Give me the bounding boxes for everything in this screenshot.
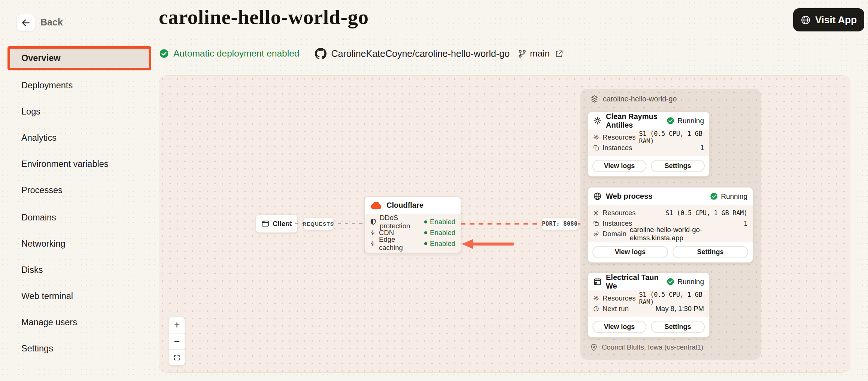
enabled-dot xyxy=(424,220,427,223)
sidebar-item-analytics[interactable]: Analytics xyxy=(0,125,154,151)
row-value: May 8, 1:30 PM xyxy=(655,305,704,313)
process-card-header: Electrical Taun We Running xyxy=(588,273,709,290)
instances-copy-icon xyxy=(593,220,599,226)
process-card-cron[interactable]: Electrical Taun We Running Resources S1 … xyxy=(588,272,710,338)
row-label: Resources xyxy=(603,133,635,141)
feature-value: Enabled xyxy=(430,218,455,226)
sidebar-item-label: Environment variables xyxy=(21,159,109,169)
process-card-footer: View logs Settings xyxy=(588,317,709,337)
check-circle-icon xyxy=(667,278,674,286)
shield-half-icon xyxy=(370,219,376,225)
process-card-footer: View logs Settings xyxy=(588,242,753,262)
sidebar-item-overview[interactable]: Overview xyxy=(7,46,151,70)
row-value: S1 (0.5 CPU, 1 GB RAM) xyxy=(639,291,704,306)
deployment-diagram-canvas[interactable]: Client REQUESTS PORT: 8080 Cloudflare DD… xyxy=(159,75,850,373)
row-label: Instances xyxy=(603,144,632,152)
process-card-body: Resources S1 (0.5 CPU, 1 GB RAM) Next ru… xyxy=(588,290,709,317)
sidebar-item-disks[interactable]: Disks xyxy=(0,257,154,283)
feature-value: Enabled xyxy=(430,240,455,248)
resources-gear-icon xyxy=(593,295,599,301)
sidebar-item-logs[interactable]: Logs xyxy=(0,98,154,125)
process-title: Clean Raymus Antilles xyxy=(606,112,662,129)
process-card-web[interactable]: Web process Running Resources S1 (0.5 CP… xyxy=(588,187,753,263)
status-badge: Running xyxy=(667,278,704,286)
enabled-dot xyxy=(424,242,427,245)
cloudflare-row-ddos: DDoS protection Enabled xyxy=(370,216,455,227)
app-group-header: caroline-hello-world-go xyxy=(590,95,677,103)
view-logs-button[interactable]: View logs xyxy=(592,246,668,258)
status-label: Running xyxy=(677,117,704,125)
link-icon xyxy=(593,231,599,237)
sidebar-item-label: Processes xyxy=(21,185,63,195)
row-value: S1 (0.5 CPU, 1 GB RAM) xyxy=(639,130,704,145)
row-label: Resources xyxy=(603,209,635,217)
process-card-header: Clean Raymus Antilles Running xyxy=(588,112,709,129)
zoom-out-button[interactable]: − xyxy=(169,333,185,349)
status-badge: Running xyxy=(710,192,747,201)
enabled-dot xyxy=(424,231,427,234)
sidebar-item-networking[interactable]: Networking xyxy=(0,231,154,257)
fullscreen-button[interactable] xyxy=(169,349,185,365)
process-card-body: Resources S1 (0.5 CPU, 1 GB RAM) Instanc… xyxy=(588,205,753,242)
sidebar-item-web-terminal[interactable]: Web terminal xyxy=(0,283,154,309)
sidebar-item-label: Domains xyxy=(21,213,56,223)
browser-window-icon xyxy=(261,220,269,228)
feature-label: Edge caching xyxy=(379,235,421,252)
status-label: Running xyxy=(721,192,747,201)
git-branch-icon xyxy=(518,49,526,58)
visit-app-button[interactable]: Visit App xyxy=(793,8,864,31)
cloudflare-cloud-icon xyxy=(370,201,382,210)
settings-button[interactable]: Settings xyxy=(651,160,705,172)
sidebar-item-manage-users[interactable]: Manage users xyxy=(0,309,154,335)
view-logs-button[interactable]: View logs xyxy=(592,321,646,333)
settings-button[interactable]: Settings xyxy=(651,321,705,333)
auto-deploy-label: Automatic deployment enabled xyxy=(173,48,299,59)
cog-icon xyxy=(593,116,602,125)
external-link-icon xyxy=(555,49,564,58)
settings-button[interactable]: Settings xyxy=(673,246,748,258)
zoom-in-button[interactable]: + xyxy=(169,317,185,333)
check-circle-icon xyxy=(159,49,169,58)
auto-deploy-status: Automatic deployment enabled xyxy=(159,48,299,59)
instances-copy-icon xyxy=(593,145,599,151)
bolt-icon xyxy=(370,240,376,247)
status-label: Running xyxy=(677,278,704,286)
status-badge: Running xyxy=(667,117,704,125)
datacenter-location: Council Bluffs, Iowa (us-central1) xyxy=(590,343,703,351)
row-value: 1 xyxy=(700,144,704,152)
zoom-controls: + − xyxy=(169,317,185,366)
sidebar-item-settings[interactable]: Settings xyxy=(0,335,154,362)
visit-app-label: Visit App xyxy=(815,14,857,26)
cloudflare-node[interactable]: Cloudflare DDoS protection Enabled CDN E… xyxy=(364,196,461,253)
globe-icon xyxy=(801,15,811,25)
sidebar-item-label: Disks xyxy=(21,265,43,275)
row-label: Instances xyxy=(603,219,632,228)
sidebar-item-processes[interactable]: Processes xyxy=(0,177,154,203)
row-label: Domain xyxy=(603,230,626,238)
check-circle-icon xyxy=(667,117,674,125)
sidebar-item-label: Deployments xyxy=(21,80,73,91)
branch-link[interactable]: main xyxy=(518,48,564,59)
branch-name: main xyxy=(530,48,550,59)
calendar-clock-icon xyxy=(593,277,602,286)
sidebar-item-label: Manage users xyxy=(21,317,77,327)
repo-name: CarolineKateCoyne/caroline-hello-world-g… xyxy=(331,48,510,59)
resources-gear-icon xyxy=(593,210,599,216)
sidebar-item-label: Analytics xyxy=(21,133,57,143)
view-logs-button[interactable]: View logs xyxy=(592,160,646,172)
sidebar-item-label: Logs xyxy=(21,107,40,117)
process-card-footer: View logs Settings xyxy=(588,156,709,176)
feature-label: DDoS protection xyxy=(380,214,421,230)
sidebar: Overview Deployments Logs Analytics Envi… xyxy=(0,0,154,381)
bolt-icon xyxy=(370,229,376,236)
row-value-domain[interactable]: caroline-hello-world-go-ekmss.kinsta.app xyxy=(630,226,747,242)
repo-link[interactable]: CarolineKateCoyne/caroline-hello-world-g… xyxy=(315,48,510,60)
process-card-header: Web process Running xyxy=(588,188,753,205)
sidebar-item-domains[interactable]: Domains xyxy=(0,204,154,231)
cloudflare-title: Cloudflare xyxy=(386,201,424,210)
sidebar-item-environment-variables[interactable]: Environment variables xyxy=(0,151,154,177)
sidebar-item-deployments[interactable]: Deployments xyxy=(0,72,154,98)
cloudflare-body: DDoS protection Enabled CDN Enabled Edge… xyxy=(365,214,461,253)
process-card-background[interactable]: Clean Raymus Antilles Running Resources … xyxy=(588,112,710,177)
feature-value: Enabled xyxy=(430,229,455,237)
